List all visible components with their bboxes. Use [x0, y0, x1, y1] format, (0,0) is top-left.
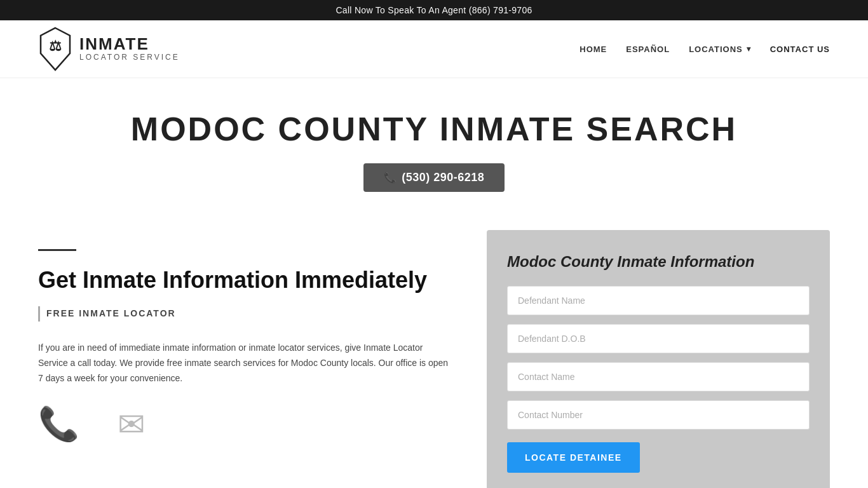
hero-phone-button[interactable]: 📞 (530) 290-6218 [363, 163, 505, 192]
free-locator-label: FREE INMATE LOCATOR [38, 306, 449, 322]
logo-brand: INMATE [79, 36, 180, 52]
phone-contact-icon: 📞 [38, 405, 79, 444]
hero-phone-number: (530) 290-6218 [402, 171, 484, 184]
inmate-form-panel: Modoc County Inmate Information LOCATE D… [487, 230, 830, 488]
locate-detainee-button[interactable]: LOCATE DETAINEE [507, 442, 640, 473]
main-nav: HOME ESPAÑOL LOCATIONS CONTACT US [580, 44, 830, 54]
nav-home[interactable]: HOME [580, 44, 607, 54]
divider [38, 249, 76, 251]
nav-locations[interactable]: LOCATIONS [689, 44, 751, 54]
defendant-name-input[interactable] [507, 286, 810, 315]
icon-row: 📞 ✉ [38, 405, 449, 444]
svg-text:⚖: ⚖ [49, 38, 62, 54]
logo-subtitle: LOCATOR SERVICE [79, 52, 180, 63]
defendant-dob-input[interactable] [507, 324, 810, 353]
main-content: Get Inmate Information Immediately FREE … [0, 230, 868, 488]
logo-icon: ⚖ [38, 27, 73, 71]
header: ⚖ INMATE LOCATOR SERVICE HOME ESPAÑOL LO… [0, 20, 868, 78]
body-text: If you are in need of immediate inmate i… [38, 341, 449, 386]
logo: ⚖ INMATE LOCATOR SERVICE [38, 27, 180, 71]
logo-text: INMATE LOCATOR SERVICE [79, 36, 180, 63]
nav-espanol[interactable]: ESPAÑOL [626, 44, 670, 54]
contact-number-input[interactable] [507, 400, 810, 430]
email-icon-item: ✉ [118, 405, 146, 444]
contact-name-input[interactable] [507, 362, 810, 391]
nav-contact-us[interactable]: CONTACT US [770, 44, 830, 54]
hero-section: MODOC COUNTY INMATE SEARCH 📞 (530) 290-6… [0, 78, 868, 217]
page-title: MODOC COUNTY INMATE SEARCH [13, 110, 855, 148]
phone-icon-item: 📞 [38, 405, 79, 444]
email-icon: ✉ [118, 405, 146, 444]
section-heading: Get Inmate Information Immediately [38, 266, 449, 294]
left-column: Get Inmate Information Immediately FREE … [38, 230, 487, 444]
top-bar-text: Call Now To Speak To An Agent (866) 791-… [336, 5, 532, 15]
top-bar: Call Now To Speak To An Agent (866) 791-… [0, 0, 868, 20]
form-title: Modoc County Inmate Information [507, 253, 810, 271]
phone-icon: 📞 [384, 172, 397, 184]
